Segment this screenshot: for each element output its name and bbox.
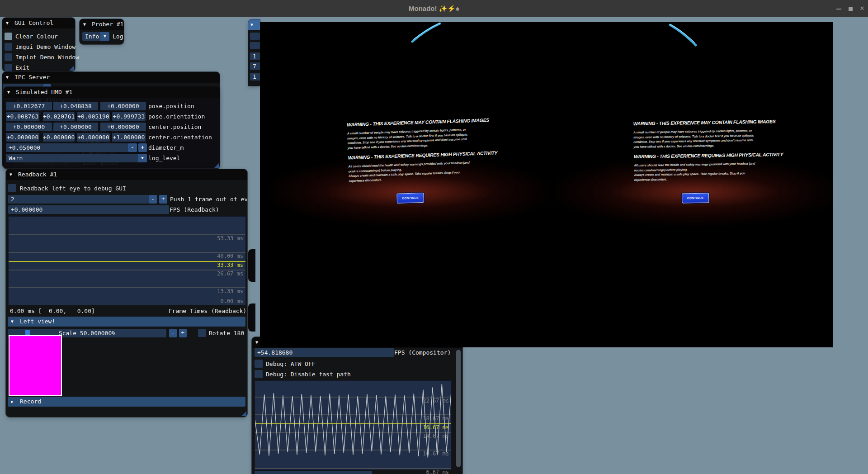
center-position-z[interactable]: +0.000000: [100, 123, 146, 131]
debug-fastpath-label: Debug: Disable fast path: [266, 370, 351, 379]
readback-fps-field[interactable]: +0.000000: [8, 205, 169, 214]
gridline-label: 6.67 ms: [426, 469, 449, 474]
close-icon[interactable]: ✕: [856, 0, 868, 17]
readback-window: ▼ Readback #1 Readback left eye to debug…: [6, 169, 247, 417]
hidden-window-titlebar[interactable]: ▼: [248, 19, 260, 30]
push-frames-plus-button[interactable]: +: [159, 195, 167, 204]
resize-grip-icon[interactable]: [214, 163, 219, 168]
pose-position-z[interactable]: +0.000000: [100, 102, 146, 110]
log-level-label: log_level: [148, 154, 180, 162]
gridline-label: 0.00 ms: [220, 299, 243, 304]
vr-warning-body-1: A small number of people may have seizur…: [347, 128, 470, 151]
simulated-hmd-header[interactable]: ▼ Simulated HMD #1: [4, 87, 220, 98]
left-view-image: [9, 335, 62, 396]
push-frames-minus-button[interactable]: -: [149, 195, 157, 204]
left-view-header[interactable]: ▼ Left view!: [8, 317, 245, 327]
readback-frametime-graph[interactable]: 53.33 ms 40.00 ms 33.33 ms 26.67 ms 13.3…: [8, 216, 246, 305]
rotate-180-label: Rotate 180 de: [209, 329, 247, 337]
pose-orientation-label: pose.orientation: [148, 112, 205, 121]
scale-plus-button[interactable]: +: [179, 329, 187, 337]
center-orientation-w[interactable]: +1.000000: [112, 133, 146, 142]
diameter-minus-button[interactable]: -: [128, 143, 137, 152]
pose-position-x[interactable]: +0.012677: [6, 102, 52, 110]
pose-position-label: pose.position: [148, 102, 194, 110]
os-titlebar: Monado! ✨⚡♠ ✕: [0, 0, 868, 17]
center-orientation-label: center.orientation: [148, 133, 212, 142]
hidden-field[interactable]: [250, 42, 260, 49]
gui-control-header[interactable]: ▼ GUI Control: [2, 18, 75, 28]
frametime-status: 0.00 ms [ 0.00, 0.00]: [10, 307, 95, 315]
center-orientation-z[interactable]: +0.000000: [77, 133, 110, 142]
diameter-label: diameter_m: [148, 143, 184, 152]
gridline-label: 53.33 ms: [217, 236, 243, 242]
hidden-window-sliver-top: ▼ 1 7 1: [248, 19, 260, 86]
readback-title: Readback #1: [18, 171, 57, 178]
compositor-frametime-graph[interactable]: 22.67 ms 18.67 ms 16.67 ms 14.67 ms 10.6…: [255, 380, 452, 470]
pose-orientation-y[interactable]: +0.020761: [43, 112, 75, 121]
debug-fastpath-checkbox[interactable]: [255, 370, 263, 378]
center-position-x[interactable]: +0.000000: [6, 123, 52, 131]
vr-compositor-view: WARNING - THIS EXPERIENCE MAY CONTAIN FL…: [260, 22, 833, 347]
frametime-graph-label: Frame Times (Readback): [169, 307, 246, 315]
ipc-server-title: IPC Server: [14, 74, 50, 81]
vr-warning-body-2: All users should read the health and saf…: [634, 161, 756, 182]
vr-left-eye: WARNING - THIS EXPERIENCE MAY CONTAIN FL…: [347, 118, 472, 205]
scrollbar-track[interactable]: [455, 348, 461, 471]
center-position-y[interactable]: +0.000000: [53, 123, 98, 131]
implot-demo-label: Implot Demo Window: [15, 53, 79, 62]
gridline-label: 40.00 ms: [217, 253, 243, 259]
desktop: Monado! ✨⚡♠ ✕ ▼ IPC Server exit on disco…: [0, 0, 868, 474]
exit-label: Exit: [15, 63, 29, 72]
record-header[interactable]: ▶ Record: [8, 397, 245, 407]
imgui-demo-checkbox[interactable]: [5, 43, 12, 51]
compositor-frametime-line: [255, 381, 451, 469]
diameter-plus-button[interactable]: +: [138, 143, 147, 152]
pose-orientation-z[interactable]: +0.005190: [77, 112, 110, 121]
chevron-down-icon[interactable]: ▼: [100, 32, 109, 41]
ipc-server-header[interactable]: ▼ IPC Server: [2, 72, 220, 83]
prober-log-button[interactable]: Log: [113, 32, 123, 41]
log-level-select[interactable]: Warn: [6, 154, 141, 162]
scale-minus-button[interactable]: -: [169, 329, 177, 337]
diameter-field[interactable]: +0.050000: [6, 143, 128, 152]
prober-window: ▼ Prober #1 Info ▼ Log: [80, 19, 124, 44]
readback-left-eye-checkbox[interactable]: [8, 184, 16, 192]
pose-orientation-w[interactable]: +0.999733: [112, 112, 146, 121]
prober-header[interactable]: ▼ Prober #1: [80, 19, 124, 30]
gui-control-title: GUI Control: [14, 19, 53, 26]
center-orientation-y[interactable]: +0.000000: [43, 133, 75, 142]
pose-position-y[interactable]: +0.048838: [53, 102, 98, 110]
debug-atw-label: Debug: ATW OFF: [266, 360, 316, 368]
push-frames-input[interactable]: 2: [8, 195, 149, 204]
left-view-title: Left view!: [20, 318, 55, 325]
readback-fps-label: FPS (Readback): [170, 205, 219, 214]
chevron-down-icon[interactable]: ▼: [138, 154, 147, 162]
resize-grip-icon[interactable]: [241, 411, 246, 416]
compositor-window: ▼ +54.818680 FPS (Compositor) Debug: ATW…: [252, 337, 462, 474]
collapse-icon: ▼: [83, 19, 90, 30]
resize-grip-icon[interactable]: [69, 66, 74, 71]
collapse-icon: ▼: [6, 72, 12, 83]
implot-demo-checkbox[interactable]: [5, 53, 12, 61]
rotate-180-checkbox[interactable]: [198, 329, 206, 337]
gui-control-window: ▼ GUI Control Clear Colour Imgui Demo Wi…: [2, 18, 75, 71]
compositor-fps-field[interactable]: +54.818680: [255, 348, 394, 357]
debug-atw-checkbox[interactable]: [255, 360, 263, 368]
collapse-icon: ▼: [6, 18, 12, 28]
exit-checkbox[interactable]: [5, 64, 12, 71]
simulated-hmd-window: ▼ Simulated HMD #1 +0.012677 +0.048838 +…: [4, 87, 220, 169]
pose-orientation-x[interactable]: +0.008763: [6, 112, 39, 121]
hidden-window-sliver-low: [248, 303, 255, 332]
simulated-hmd-title: Simulated HMD #1: [16, 89, 72, 95]
compositor-bottom-field[interactable]: [255, 471, 372, 474]
readback-header[interactable]: ▼ Readback #1: [6, 169, 247, 180]
maximize-icon[interactable]: [844, 0, 856, 17]
minimize-icon[interactable]: [833, 0, 844, 17]
scrollbar-thumb[interactable]: [456, 350, 461, 467]
hidden-window-sliver-mid: [248, 249, 255, 282]
compositor-fps-label: FPS (Compositor): [394, 348, 451, 357]
vr-warning-body-1: A small number of people may have seizur…: [633, 128, 756, 149]
center-orientation-x[interactable]: +0.000000: [6, 133, 39, 142]
clear-colour-swatch[interactable]: [5, 33, 12, 40]
hidden-field[interactable]: [250, 33, 260, 40]
